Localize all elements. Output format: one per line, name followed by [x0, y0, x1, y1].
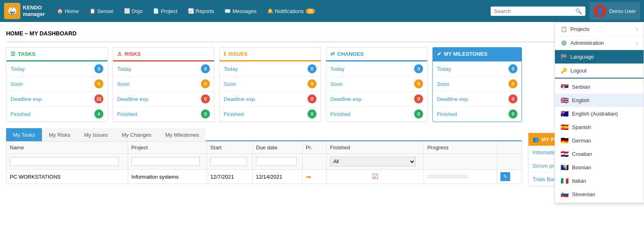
tab-my-changes[interactable]: My Changes — [115, 128, 158, 141]
changes-today-link[interactable]: Today — [330, 66, 345, 72]
issues-soon-badge: 0 — [308, 79, 317, 88]
changes-deadline-row: Deadline exp. 0 — [326, 92, 427, 107]
chevron-right-icon-2: › — [636, 40, 638, 46]
lang-english[interactable]: 🇬🇧 English — [555, 94, 644, 107]
nav-dojo[interactable]: ⬜ Dojo — [120, 6, 147, 17]
tab-my-milestones[interactable]: My Milestones — [158, 128, 206, 141]
tasks-finished-link[interactable]: Finished — [11, 111, 31, 117]
dropdown-projects[interactable]: 📋 Projects › — [555, 22, 644, 36]
nav-home-label: Home — [65, 8, 79, 14]
logo-text: KENDOmanager — [23, 4, 45, 17]
lang-english-label: English — [572, 97, 589, 103]
changes-deadline-badge: 0 — [414, 94, 423, 103]
milestones-soon-row: Soon 0 — [433, 77, 522, 92]
user-avatar: 👤 — [594, 4, 607, 17]
changes-deadline-link[interactable]: Deadline exp. — [330, 96, 363, 102]
user-name: Demo User — [609, 8, 636, 14]
nav-sensei[interactable]: 📋 Sensei — [85, 6, 118, 17]
content-wrapper: ☰ TASKS Today 0 Soon 0 Deadline exp. 32 — [6, 47, 638, 186]
search-button[interactable]: 🔍 — [575, 8, 582, 14]
dropdown-logout[interactable]: 🔑 Logout — [555, 64, 644, 78]
changes-widget: ⇄ CHANGES Today 0 Soon 0 Deadline exp. 0 — [326, 47, 428, 122]
tasks-soon-link[interactable]: Soon — [11, 81, 23, 87]
nav-notifications-label: Notifications — [275, 8, 304, 14]
nav-project[interactable]: 📄 Project — [149, 6, 181, 17]
risks-header: ⚠ RISKS — [113, 48, 214, 61]
lang-english-au[interactable]: 🇦🇺 English (Australian) — [555, 107, 644, 120]
page-title: HOME – MY DASHBOARD — [6, 26, 638, 42]
changes-icon: ⇄ — [330, 51, 335, 57]
dropdown-language[interactable]: 🏁 Language — [555, 50, 644, 64]
filter-project-input[interactable] — [131, 157, 200, 166]
milestones-today-link[interactable]: Today — [437, 66, 451, 72]
col-due-date: Due date — [252, 142, 302, 154]
issues-today-row: Today 0 — [220, 61, 321, 77]
issues-widget: ℹ ISSUES Today 0 Soon 0 Deadline exp. 0 — [219, 47, 321, 122]
messages-icon: ✉️ — [225, 8, 231, 14]
nav-messages[interactable]: ✉️ Messages — [220, 6, 260, 17]
filter-finished: All Yes No — [327, 154, 424, 170]
milestones-title: MY MILESTONES — [444, 51, 487, 57]
risks-finished-badge: 0 — [201, 109, 210, 118]
tab-my-risks[interactable]: My Risks — [42, 128, 77, 141]
changes-soon-link[interactable]: Soon — [330, 81, 343, 87]
issues-today-link[interactable]: Today — [224, 66, 238, 72]
changes-finished-link[interactable]: Finished — [330, 111, 350, 117]
filter-name-input[interactable] — [10, 157, 119, 166]
finished-checkbox[interactable]: ☑ — [372, 173, 378, 181]
tasks-soon-badge: 0 — [94, 79, 103, 88]
filter-finished-select[interactable]: All Yes No — [330, 157, 416, 166]
risks-soon-link[interactable]: Soon — [117, 81, 129, 87]
risks-today-row: Today 0 — [113, 61, 214, 77]
tasks-today-link[interactable]: Today — [11, 66, 25, 72]
nav-dojo-label: Dojo — [132, 8, 143, 14]
issues-deadline-link[interactable]: Deadline exp. — [224, 96, 256, 102]
search-input[interactable] — [494, 8, 575, 14]
nav-notifications[interactable]: 🔔 Notifications 35 — [263, 6, 319, 17]
risks-title: RISKS — [124, 51, 141, 57]
app-logo[interactable]: 🥋 KENDOmanager — [4, 3, 45, 19]
filter-due-date-input[interactable] — [256, 157, 297, 166]
filter-priority — [302, 154, 327, 170]
dropdown-projects-label: Projects — [570, 26, 589, 32]
row-project: Information systems — [128, 170, 207, 184]
nav-reports[interactable]: 📈 Reports — [184, 6, 218, 17]
milestones-today-row: Today 0 — [433, 61, 522, 77]
row-start: 12/7/2021 — [207, 170, 253, 184]
dropdown-administration[interactable]: ⚙️ Administration › — [555, 36, 644, 50]
administration-icon: ⚙️ — [561, 40, 567, 46]
issues-finished-link[interactable]: Finished — [224, 111, 244, 117]
tab-my-issues[interactable]: My Issues — [77, 128, 115, 141]
row-action: ✎ — [497, 170, 522, 184]
lang-bosnian[interactable]: 🇧🇦 Bosnian — [555, 161, 644, 174]
changes-soon-row: Soon 0 — [326, 77, 427, 92]
filter-progress — [424, 154, 497, 170]
risks-deadline-link[interactable]: Deadline exp. — [117, 96, 150, 102]
changes-today-row: Today 0 — [326, 61, 427, 77]
tasks-deadline-link[interactable]: Deadline exp. — [11, 96, 43, 102]
edit-button[interactable]: ✎ — [500, 172, 510, 181]
lang-italian[interactable]: 🇮🇹 Italian — [555, 174, 644, 188]
risks-icon: ⚠ — [117, 51, 122, 57]
risks-finished-link[interactable]: Finished — [117, 111, 137, 117]
filter-start-input[interactable] — [210, 157, 247, 166]
filter-start — [207, 154, 253, 170]
projects-icon: 📋 — [561, 26, 567, 32]
lang-spanish[interactable]: 🇪🇸 Spanish — [555, 120, 644, 134]
milestones-deadline-link[interactable]: Deadline exp. — [437, 96, 469, 102]
milestones-finished-link[interactable]: Finished — [437, 111, 457, 117]
milestones-soon-link[interactable]: Soon — [437, 81, 449, 87]
issues-soon-link[interactable]: Soon — [224, 81, 236, 87]
lang-german[interactable]: 🇩🇪 German — [555, 134, 644, 147]
nav-messages-label: Messages — [232, 8, 256, 14]
user-area[interactable]: 👤 Demo User — [589, 2, 640, 20]
lang-croatian[interactable]: 🇭🇷 Croatian — [555, 147, 644, 161]
risks-today-link[interactable]: Today — [117, 66, 131, 72]
tab-my-tasks[interactable]: My Tasks — [6, 128, 42, 141]
lang-serbian[interactable]: 🇷🇸 Serbian — [555, 80, 644, 94]
tasks-today-badge: 0 — [94, 64, 103, 73]
row-name: PC WORKSTATIONS — [7, 170, 128, 184]
nav-home[interactable]: 🏠 Home — [53, 6, 83, 17]
lang-slovenian[interactable]: 🇸🇮 Slovenian — [555, 188, 644, 201]
lang-slovenian-label: Slovenian — [572, 191, 595, 197]
